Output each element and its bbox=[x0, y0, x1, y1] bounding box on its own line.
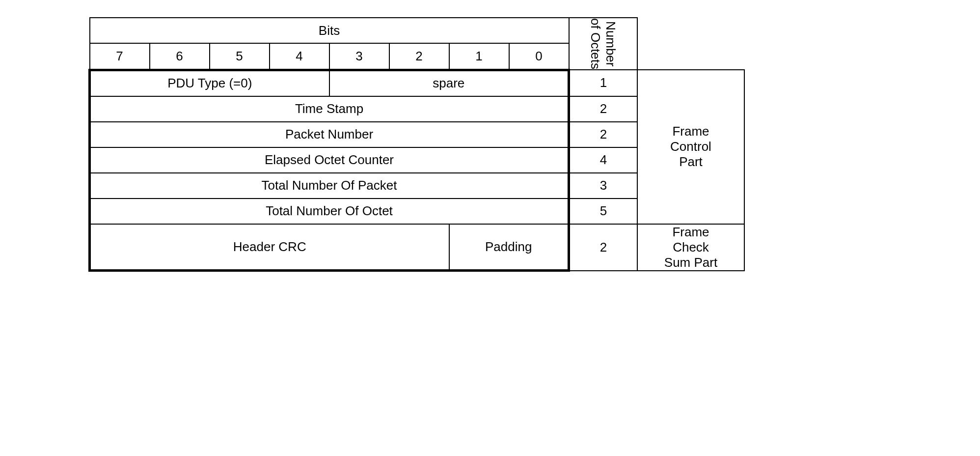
bit-col-1: 1 bbox=[449, 43, 509, 70]
octets-5: 5 bbox=[569, 199, 638, 224]
bit-col-6: 6 bbox=[150, 43, 210, 70]
field-spare: spare bbox=[329, 70, 569, 96]
octets-3: 4 bbox=[569, 147, 638, 173]
bit-col-2: 2 bbox=[389, 43, 449, 70]
octets-2: 2 bbox=[569, 122, 638, 147]
field-elapsed-octet-counter: Elapsed Octet Counter bbox=[90, 147, 569, 173]
bit-col-5: 5 bbox=[210, 43, 270, 70]
num-octets-header: Number of Octets bbox=[569, 18, 638, 70]
bit-col-0: 0 bbox=[509, 43, 569, 70]
bit-col-7: 7 bbox=[90, 43, 150, 70]
field-total-num-octet: Total Number Of Octet bbox=[90, 199, 569, 224]
octets-1: 2 bbox=[569, 96, 638, 122]
field-padding: Padding bbox=[449, 224, 569, 271]
num-octets-label: Number of Octets bbox=[588, 18, 618, 69]
part-frame-control: Frame Control Part bbox=[637, 70, 744, 224]
field-total-num-packet: Total Number Of Packet bbox=[90, 173, 569, 199]
bit-col-4: 4 bbox=[270, 43, 329, 70]
field-packet-number: Packet Number bbox=[90, 122, 569, 147]
part-frame-check-sum: Frame Check Sum Part bbox=[637, 224, 744, 271]
bit-col-3: 3 bbox=[329, 43, 389, 70]
octets-4: 3 bbox=[569, 173, 638, 199]
field-time-stamp: Time Stamp bbox=[90, 96, 569, 122]
field-pdu-type: PDU Type (=0) bbox=[90, 70, 329, 96]
octets-6: 2 bbox=[569, 224, 638, 271]
blank-part-top bbox=[637, 18, 744, 70]
octets-0: 1 bbox=[569, 70, 638, 96]
bits-header: Bits bbox=[90, 18, 569, 43]
field-header-crc: Header CRC bbox=[90, 224, 449, 271]
pdu-structure-table: Bits Number of Octets 7 6 5 4 3 2 1 0 PD… bbox=[88, 17, 745, 272]
